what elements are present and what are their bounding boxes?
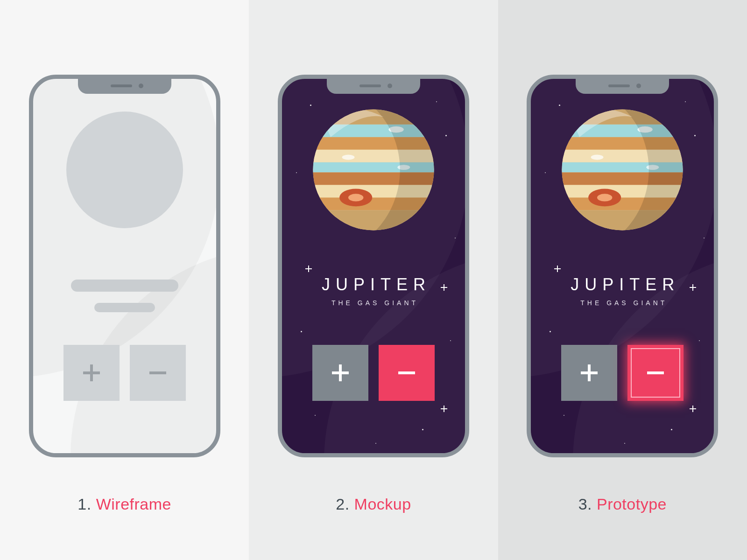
plus-button[interactable]	[561, 345, 617, 401]
svg-rect-44	[559, 210, 685, 233]
stage-label: Mockup	[354, 495, 411, 513]
placeholder-title-line	[71, 280, 178, 292]
stage-caption: 1. Wireframe	[0, 495, 249, 513]
svg-rect-21	[398, 371, 415, 374]
stage-number: 3.	[578, 495, 592, 513]
sparkle-icon	[305, 266, 312, 272]
phone-notch	[327, 79, 420, 94]
star-icon	[375, 443, 376, 444]
phone-frame-wireframe	[29, 75, 220, 457]
plus-button[interactable]	[312, 345, 368, 401]
phone-notch	[576, 79, 669, 94]
jupiter-planet-icon	[559, 107, 685, 233]
stage-wireframe-panel: 1. Wireframe	[0, 0, 249, 560]
svg-point-27	[517, 189, 527, 199]
svg-point-48	[591, 155, 604, 160]
svg-rect-52	[647, 371, 664, 374]
svg-rect-51	[581, 371, 598, 374]
star-icon	[445, 135, 447, 136]
planet-subtitle: THE GAS GIANT	[531, 299, 714, 307]
stage-label: Prototype	[597, 495, 667, 513]
minus-button[interactable]	[379, 345, 435, 401]
star-icon	[296, 172, 297, 173]
stage-number: 1.	[78, 495, 91, 513]
minus-button-active[interactable]	[627, 345, 684, 401]
plus-icon	[578, 362, 600, 384]
sparkle-icon	[690, 406, 696, 412]
svg-rect-20	[332, 371, 349, 374]
phone-frame-prototype: JUPITER THE GAS GIANT	[527, 75, 718, 457]
action-button-row	[312, 345, 435, 401]
stage-label: Wireframe	[96, 495, 171, 513]
star-icon	[455, 238, 456, 238]
svg-rect-2	[149, 371, 166, 374]
placeholder-subtitle-line	[94, 303, 155, 312]
plus-button[interactable]	[63, 345, 120, 401]
stage-caption: 3. Prototype	[498, 495, 747, 513]
action-button-row	[561, 345, 684, 401]
planet-subtitle: THE GAS GIANT	[282, 299, 465, 307]
minus-button[interactable]	[130, 345, 186, 401]
svg-point-33	[720, 184, 730, 194]
phone-notch	[78, 79, 171, 94]
sparkle-icon	[441, 406, 447, 412]
action-button-row	[63, 345, 186, 401]
stage-caption: 2. Mockup	[249, 495, 498, 513]
stage-number: 2.	[336, 495, 349, 513]
star-icon	[310, 105, 311, 106]
placeholder-image-circle	[66, 112, 183, 228]
svg-rect-1	[83, 371, 100, 374]
planet-title: JUPITER	[531, 275, 714, 294]
minus-icon	[395, 362, 418, 384]
star-icon	[315, 415, 316, 416]
star-icon	[422, 429, 423, 430]
star-icon	[301, 331, 302, 332]
stage-mockup-panel: JUPITER THE GAS GIANT 2. Mockup	[249, 0, 498, 560]
star-icon	[564, 415, 564, 416]
minus-icon	[148, 363, 168, 383]
svg-point-15	[348, 194, 363, 201]
jupiter-planet-icon	[310, 107, 437, 233]
svg-point-17	[342, 155, 354, 160]
minus-icon	[644, 362, 667, 384]
plus-icon	[81, 363, 102, 383]
svg-point-46	[597, 194, 612, 201]
plus-icon	[329, 362, 352, 384]
stage-prototype-panel: JUPITER THE GAS GIANT 3. Prototype	[498, 0, 747, 560]
planet-title: JUPITER	[282, 275, 465, 294]
sparkle-icon	[554, 266, 561, 272]
phone-frame-mockup: JUPITER THE GAS GIANT	[278, 75, 469, 457]
star-icon	[436, 101, 437, 102]
svg-rect-13	[310, 210, 437, 233]
star-icon	[450, 340, 451, 341]
